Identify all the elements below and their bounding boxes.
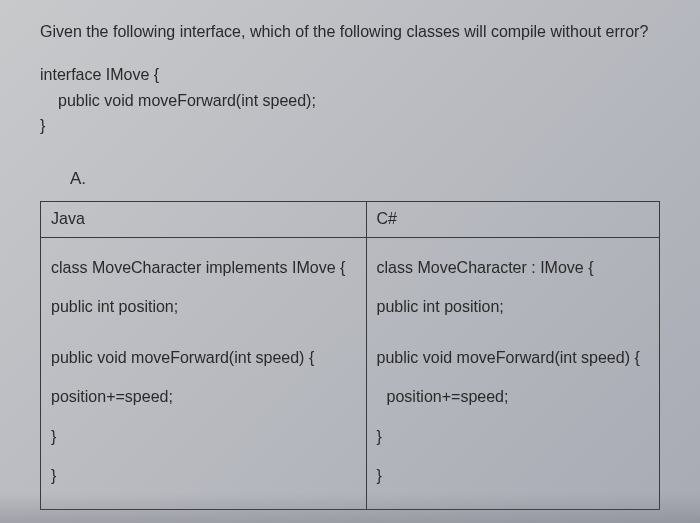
header-csharp: C# [366, 201, 659, 237]
table-header-row: Java C# [41, 201, 660, 237]
csharp-line-6: } [377, 458, 649, 493]
java-line-1: class MoveCharacter implements IMove { [51, 250, 356, 285]
java-line-4: position+=speed; [51, 379, 356, 414]
java-line-6: } [51, 458, 356, 493]
csharp-line-2: public int position; [377, 289, 649, 324]
java-code-cell: class MoveCharacter implements IMove { p… [41, 237, 367, 509]
interface-code-block: interface IMove { public void moveForwar… [40, 62, 660, 139]
header-java: Java [41, 201, 367, 237]
code-line-2: public void moveForward(int speed); [40, 88, 660, 114]
java-line-5: } [51, 419, 356, 454]
csharp-line-3: public void moveForward(int speed) { [377, 340, 649, 375]
csharp-line-1: class MoveCharacter : IMove { [377, 250, 649, 285]
table-code-row: class MoveCharacter implements IMove { p… [41, 237, 660, 509]
question-text: Given the following interface, which of … [40, 20, 660, 44]
java-line-2: public int position; [51, 289, 356, 324]
bottom-shadow [0, 493, 700, 523]
code-line-1: interface IMove { [40, 62, 660, 88]
code-line-3: } [40, 113, 660, 139]
option-label: A. [70, 169, 660, 189]
code-comparison-table: Java C# class MoveCharacter implements I… [40, 201, 660, 510]
java-line-3: public void moveForward(int speed) { [51, 340, 356, 375]
csharp-code-cell: class MoveCharacter : IMove { public int… [366, 237, 659, 509]
csharp-line-4: position+=speed; [377, 379, 649, 414]
csharp-line-5: } [377, 419, 649, 454]
